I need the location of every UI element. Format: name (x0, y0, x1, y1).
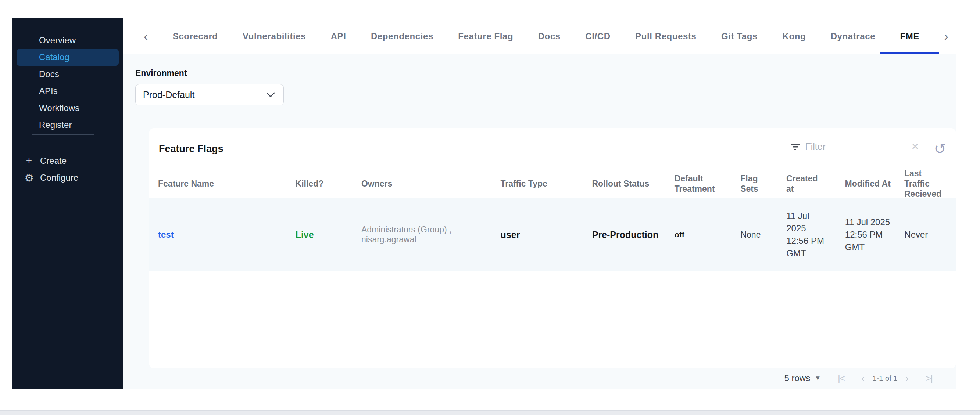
column-header-modified-at: Modified At (845, 179, 904, 189)
sidebar-item-overview[interactable]: Overview (16, 32, 119, 49)
column-header-created-at: Created at (786, 173, 845, 194)
environment-select[interactable]: Prod-Default (135, 84, 284, 105)
tab-kong[interactable]: Kong (782, 31, 806, 41)
default-treatment-value: off (675, 230, 741, 239)
tab-strip: ‹ Scorecard Vulnerabilities API Dependen… (123, 18, 956, 54)
sidebar-item-docs[interactable]: Docs (16, 66, 119, 82)
sidebar-actions: + Create ⚙ Configure (12, 152, 123, 186)
next-page-button[interactable]: › (905, 374, 909, 383)
tab-docs[interactable]: Docs (538, 31, 561, 41)
created-at-value: 11 Jul 2025 12:56 PM GMT (786, 210, 845, 260)
sidebar-item-apis[interactable]: APIs (16, 82, 119, 100)
column-header-traffic-type: Traffic Type (500, 179, 592, 189)
column-header-owners: Owners (361, 179, 501, 189)
sidebar-item-register[interactable]: Register (16, 116, 119, 133)
rows-per-page-caret-icon[interactable]: ▼ (815, 375, 821, 382)
killed-status: Live (296, 230, 361, 240)
tab-cicd[interactable]: CI/CD (585, 31, 610, 41)
last-traffic-received-value: Never (904, 230, 956, 240)
filter-icon (790, 143, 800, 150)
tabs-scroll-left-icon[interactable]: ‹ (144, 29, 148, 43)
owners-value: Administrators (Group) , nisarg.agrawal (361, 225, 501, 245)
column-header-killed: Killed? (296, 179, 361, 189)
card-title: Feature Flags (159, 143, 223, 155)
sidebar-divider (32, 29, 94, 29)
filter-area: ✕ ↺ (790, 141, 946, 157)
clear-filter-icon[interactable]: ✕ (911, 142, 920, 151)
tab-dependencies[interactable]: Dependencies (371, 31, 433, 41)
create-label: Create (40, 156, 67, 166)
tabs-scroll-right-icon[interactable]: › (944, 29, 948, 43)
sidebar-item-workflows[interactable]: Workflows (16, 100, 119, 116)
app-window: Overview Catalog Docs APIs Workflows Reg… (12, 17, 956, 389)
feature-name-link[interactable]: test (158, 230, 174, 239)
window-bottom-strip (0, 410, 980, 415)
modified-at-value: 11 Jul 2025 12:56 PM GMT (845, 216, 905, 253)
filter-box: ✕ (790, 141, 919, 157)
tab-dynatrace[interactable]: Dynatrace (831, 31, 875, 41)
column-header-last-traffic-received: Last Traffic Recieved (904, 168, 956, 199)
plus-icon: + (23, 155, 35, 167)
environment-label: Environment (135, 68, 956, 78)
column-header-flag-sets: Flag Sets (740, 173, 786, 194)
table-row: test Live Administrators (Group) , nisar… (149, 198, 956, 271)
chevron-down-icon (266, 92, 275, 98)
flag-sets-value: None (740, 230, 786, 240)
tab-feature-flag[interactable]: Feature Flag (458, 31, 513, 41)
sidebar-section-divider (16, 146, 119, 146)
tab-api[interactable]: API (331, 31, 346, 41)
last-page-button[interactable]: >| (926, 374, 932, 383)
tab-vulnerabilities[interactable]: Vulnerabilities (243, 31, 306, 41)
sidebar-item-catalog[interactable]: Catalog (16, 49, 119, 66)
sidebar-nav: Overview Catalog Docs APIs Workflows Reg… (12, 32, 123, 133)
refresh-icon[interactable]: ↺ (934, 141, 946, 156)
page-range-label: 1-1 of 1 (873, 374, 898, 383)
traffic-type-value: user (501, 230, 592, 240)
sidebar-divider (32, 135, 94, 135)
create-button[interactable]: + Create (12, 152, 123, 169)
main-panel: ‹ Scorecard Vulnerabilities API Dependen… (123, 17, 956, 389)
content-area: Environment Prod-Default Feature Flags (123, 54, 956, 389)
first-page-button[interactable]: |< (838, 374, 844, 383)
filter-input[interactable] (805, 141, 906, 152)
pagination-bar: 5 rows ▼ |< ‹ 1-1 of 1 › >| (135, 368, 956, 388)
gear-icon: ⚙ (23, 172, 35, 184)
configure-button[interactable]: ⚙ Configure (12, 169, 123, 186)
environment-selected-value: Prod-Default (143, 90, 194, 100)
rollout-status-value: Pre-Production (592, 230, 675, 240)
tab-pull-requests[interactable]: Pull Requests (635, 31, 697, 41)
tab-git-tags[interactable]: Git Tags (721, 31, 757, 41)
column-header-feature-name: Feature Name (158, 179, 296, 189)
configure-label: Configure (40, 173, 78, 183)
table-header-row: Feature Name Killed? Owners Traffic Type… (149, 169, 956, 198)
feature-flags-card: Feature Flags ✕ ↺ (149, 128, 956, 368)
tab-fme[interactable]: FME (900, 31, 920, 41)
column-header-default-treatment: Default Treatment (675, 173, 741, 194)
rows-per-page-value[interactable]: 5 rows (784, 373, 810, 383)
tab-scorecard[interactable]: Scorecard (173, 31, 218, 41)
card-header: Feature Flags ✕ ↺ (149, 128, 956, 169)
previous-page-button[interactable]: ‹ (861, 374, 865, 383)
sidebar: Overview Catalog Docs APIs Workflows Reg… (12, 17, 123, 389)
column-header-rollout-status: Rollout Status (592, 179, 674, 189)
